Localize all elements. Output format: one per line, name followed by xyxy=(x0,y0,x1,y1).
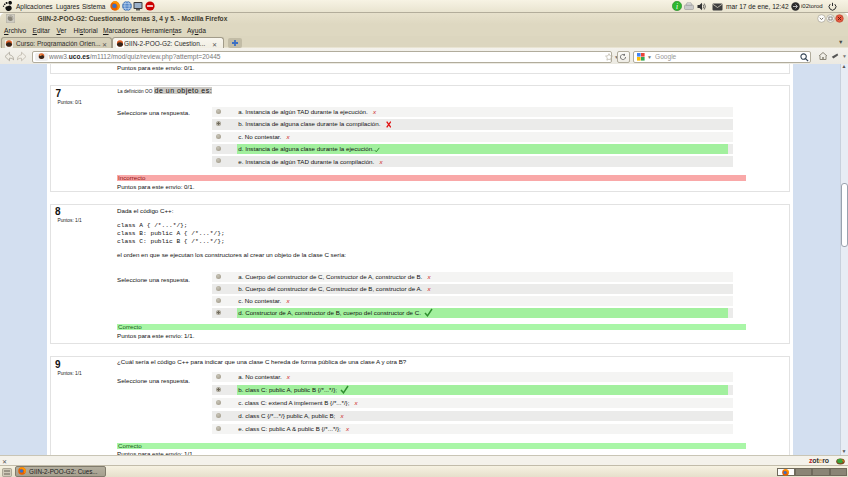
svg-text:i: i xyxy=(676,2,678,11)
